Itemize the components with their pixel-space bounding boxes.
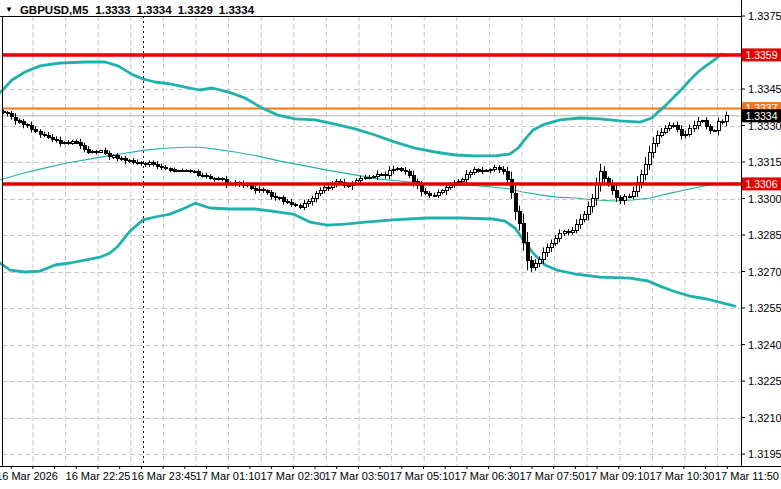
bear-candle <box>705 121 708 127</box>
bull-candle <box>571 230 574 233</box>
price-label: 1.3345 <box>748 83 781 95</box>
bear-candle <box>412 175 415 182</box>
bear-candle <box>18 121 21 122</box>
support-badge-text: 1.3306 <box>745 178 777 190</box>
bull-candle <box>217 179 220 180</box>
chart-title: ▼ GBPUSD,M5 1.3333 1.3334 1.3329 1.3334 <box>5 3 254 16</box>
bear-candle <box>164 167 167 169</box>
bear-candle <box>299 205 302 207</box>
bear-candle <box>10 114 13 117</box>
time-label: 17 Mar 02:30 <box>261 470 326 482</box>
bear-candle <box>498 168 501 170</box>
time-axis[interactable]: 16 Mar 202616 Mar 22:2516 Mar 23:4517 Ma… <box>0 466 779 482</box>
bull-candle <box>591 198 594 206</box>
bull-candle <box>481 170 484 171</box>
bull-candle <box>303 204 306 208</box>
time-label: 17 Mar 07:50 <box>520 470 585 482</box>
bear-candle <box>108 153 111 156</box>
bull-candle <box>148 163 151 165</box>
bear-candle <box>278 198 281 199</box>
bear-candle <box>282 198 285 202</box>
time-label: 17 Mar 03:50 <box>325 470 390 482</box>
bull-candle <box>311 198 314 202</box>
bear-candle <box>485 170 488 171</box>
bull-candle <box>725 116 728 122</box>
chart-frame <box>0 0 781 467</box>
bull-candle <box>575 225 578 231</box>
bull-candle <box>656 135 659 143</box>
bull-candle <box>392 169 395 171</box>
bear-candle <box>603 172 606 179</box>
bull-candle <box>632 191 635 196</box>
bull-candle <box>595 184 598 198</box>
bear-candle <box>144 163 147 165</box>
ohlc-high: 1.3334 <box>136 4 171 16</box>
bear-candle <box>270 193 273 197</box>
bear-candle <box>530 261 533 268</box>
bull-candle <box>538 260 541 264</box>
bear-candle <box>152 163 155 164</box>
price-label: 1.3255 <box>748 302 781 314</box>
bull-candle <box>364 177 367 178</box>
bull-candle <box>697 121 700 125</box>
bear-candle <box>294 204 297 205</box>
price-badges: 1.33591.33061.33371.3334 <box>742 48 781 190</box>
bollinger-lower-band <box>0 203 735 306</box>
bull-candle <box>721 121 724 122</box>
bear-candle <box>169 169 172 170</box>
bull-candle <box>465 175 468 180</box>
bull-candle <box>63 143 66 144</box>
price-label: 1.3210 <box>748 412 781 424</box>
support-resistance-lines[interactable] <box>2 55 741 184</box>
bear-candle <box>567 232 570 233</box>
bear-candle <box>124 158 127 160</box>
chart-shift-marker-icon[interactable]: ▼ <box>5 5 13 15</box>
bear-candle <box>408 172 411 176</box>
bull-candle <box>461 179 464 181</box>
bull-candle <box>664 128 667 132</box>
bear-candle <box>274 196 277 198</box>
bear-candle <box>502 170 505 172</box>
time-label: 17 Mar 06:30 <box>455 470 520 482</box>
bear-candle <box>514 193 517 211</box>
bear-candle <box>87 150 90 152</box>
bear-candle <box>43 135 46 136</box>
bear-candle <box>177 170 180 171</box>
bear-candle <box>140 163 143 164</box>
bear-candle <box>67 143 70 144</box>
bear-candle <box>47 135 50 137</box>
bear-candle <box>266 191 269 193</box>
bull-candle <box>376 174 379 177</box>
bull-candle <box>112 156 115 157</box>
bear-candle <box>477 170 480 172</box>
candlesticks <box>2 110 728 272</box>
bear-candle <box>14 117 17 121</box>
bear-candle <box>104 151 107 154</box>
bear-candle <box>193 172 196 173</box>
bear-candle <box>39 132 42 135</box>
bull-candle <box>437 193 440 196</box>
bull-candle <box>717 122 720 131</box>
bear-candle <box>262 189 265 191</box>
bear-candle <box>173 170 176 171</box>
bull-candle <box>307 202 310 204</box>
price-chart[interactable]: 1.33751.33451.33301.33151.33001.32851.32… <box>0 0 781 489</box>
bull-candle <box>583 215 586 220</box>
bear-candle <box>672 125 675 126</box>
price-axis[interactable]: 1.33751.33451.33301.33151.33001.32851.32… <box>741 10 781 460</box>
bull-candle <box>644 164 647 174</box>
bull-candle <box>623 197 626 201</box>
bear-candle <box>59 140 62 143</box>
bull-candle <box>628 196 631 197</box>
bull-candle <box>185 171 188 172</box>
resistance-badge-text: 1.3359 <box>745 49 777 61</box>
bull-candle <box>587 206 590 214</box>
price-label: 1.3240 <box>748 339 781 351</box>
price-label: 1.3270 <box>748 266 781 278</box>
bull-candle <box>445 187 448 191</box>
bear-candle <box>510 180 513 193</box>
bull-candle <box>550 243 553 248</box>
bull-candle <box>99 151 102 152</box>
bull-candle <box>542 252 545 259</box>
bull-candle <box>71 142 74 144</box>
